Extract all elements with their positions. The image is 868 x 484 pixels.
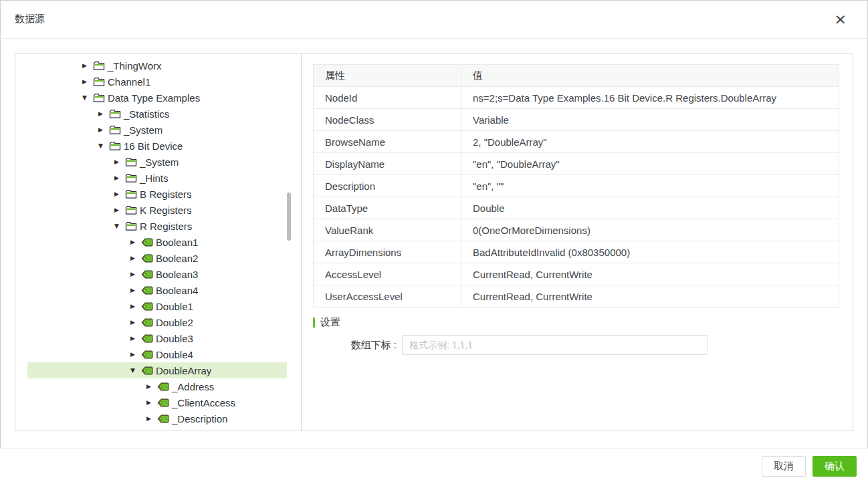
folder-icon [93,93,108,103]
expander-arrow-icon[interactable]: ▶ [98,126,109,133]
expander-arrow-icon[interactable]: ▼ [82,94,93,101]
property-cell: UserAccessLevel [314,285,461,308]
tree-item-label: Channel1 [108,76,150,88]
close-button[interactable]: × [835,12,847,27]
tree-item[interactable]: ▼ 16 Bit Device [27,138,287,154]
expander-arrow-icon[interactable]: ▶ [130,303,141,310]
table-row: ArrayDimensions BadAttributeIdInvalid (0… [314,241,839,263]
tag-icon [141,238,156,247]
expander-arrow-icon[interactable]: ▶ [130,335,141,342]
tree-item[interactable]: ▶ Channel1 [27,74,287,90]
tree-item-label: Boolean2 [156,253,198,264]
tree-item-label: Boolean4 [156,285,198,296]
tree-item[interactable]: ▶ B Registers [27,186,287,202]
tree-item[interactable]: ▼ Data Type Examples [27,90,287,106]
tree-item[interactable]: ▶ Double2 [27,314,287,330]
tag-icon [141,302,156,311]
expander-arrow-icon[interactable]: ▼ [114,223,125,229]
array-subscript-row: 数组下标 : [313,335,839,355]
tree-item[interactable]: ▶ Boolean2 [27,250,287,266]
tag-icon [141,350,156,359]
folder-icon [109,109,124,119]
tree-item[interactable]: ▶ K Registers [27,202,287,218]
tree-item[interactable]: ▶ _Description [27,410,287,427]
tree-item-label: Double3 [156,333,193,344]
folder-icon [109,125,124,135]
table-row: DataType Double [314,197,839,219]
array-subscript-input[interactable] [402,335,708,355]
value-cell: 2, "DoubleArray" [461,131,839,153]
expander-arrow-icon[interactable]: ▶ [130,287,141,293]
tree-item[interactable]: ▶ Boolean4 [27,282,287,298]
tree-item[interactable]: ▶ Double3 [27,330,287,346]
tree-item-label: _System [140,156,179,168]
expander-arrow-icon[interactable]: ▶ [114,174,125,181]
value-cell: "en", "" [461,175,839,197]
tree-item-label: _Address [172,381,214,392]
confirm-button[interactable]: 确认 [812,456,857,477]
table-row: DisplayName "en", "DoubleArray" [314,153,839,175]
tree-item[interactable]: ▼ R Registers [27,218,287,234]
expander-arrow-icon[interactable]: ▶ [130,319,141,326]
tree-item-label: DoubleArray [156,365,211,376]
expander-arrow-icon[interactable]: ▶ [130,351,141,358]
table-row: Description "en", "" [314,175,839,197]
tag-icon [157,398,172,407]
tag-icon [141,318,156,327]
expander-arrow-icon[interactable]: ▼ [130,367,141,374]
value-cell: Variable [461,109,839,131]
tree-scrollbar-thumb[interactable] [287,193,291,241]
tag-icon [141,254,156,263]
tree: ▶ _ThingWorx ▶ Channel1 ▼ Data Type Exam… [15,54,301,427]
value-cell: Double [461,197,839,219]
tree-item[interactable]: ▶ _System [27,122,287,138]
column-header-value: 值 [461,65,839,87]
property-cell: DataType [314,197,461,219]
properties-table: 属性 值 NodeId ns=2;s=Data Type Examples.16… [313,64,839,308]
expander-arrow-icon[interactable]: ▶ [114,207,125,213]
value-cell: CurrentRead, CurrentWrite [461,263,839,285]
expander-arrow-icon[interactable]: ▶ [146,383,157,390]
tree-item[interactable]: ▶ Double1 [27,298,287,314]
tree-item[interactable]: ▶ _Statistics [27,106,287,122]
value-cell: "en", "DoubleArray" [461,153,839,175]
modal-header: 数据源 × [0,0,868,39]
expander-arrow-icon[interactable]: ▶ [82,78,93,85]
tree-item[interactable]: ▶ Double4 [27,346,287,362]
tree-item-label: Data Type Examples [108,92,200,104]
cancel-button[interactable]: 取消 [762,456,806,477]
tree-item-label: _ClientAccess [172,397,235,408]
expander-arrow-icon[interactable]: ▶ [98,110,109,117]
expander-arrow-icon[interactable]: ▶ [130,271,141,277]
node-tree-panel: ▶ _ThingWorx ▶ Channel1 ▼ Data Type Exam… [15,54,302,431]
expander-arrow-icon[interactable]: ▶ [114,158,125,165]
modal-footer: 取消 确认 [0,448,868,484]
expander-arrow-icon[interactable]: ▶ [146,415,157,422]
value-cell: ns=2;s=Data Type Examples.16 Bit Device.… [461,87,839,109]
close-icon: × [835,11,847,27]
tree-item[interactable]: ▼ DoubleArray [27,362,287,378]
tree-item[interactable]: ▶ Boolean1 [27,234,287,250]
property-cell: ArrayDimensions [314,241,461,263]
tree-item-label: B Registers [140,189,192,200]
property-cell: DisplayName [314,153,461,175]
folder-icon [125,189,140,199]
tree-item[interactable]: ▶ _Address [27,378,287,394]
property-cell: NodeClass [314,109,461,131]
expander-arrow-icon[interactable]: ▶ [82,62,93,69]
tree-item[interactable]: ▶ _Hints [27,170,287,186]
property-cell: BrowseName [314,131,461,153]
expander-arrow-icon[interactable]: ▶ [130,255,141,261]
tree-item[interactable]: ▶ Boolean3 [27,266,287,282]
folder-icon [125,157,140,167]
tree-item[interactable]: ▶ _System [27,154,287,170]
expander-arrow-icon[interactable]: ▶ [130,239,141,245]
tree-item[interactable]: ▶ _ThingWorx [27,57,287,74]
expander-arrow-icon[interactable]: ▼ [98,142,109,149]
expander-arrow-icon[interactable]: ▶ [146,399,157,406]
node-detail-panel: 属性 值 NodeId ns=2;s=Data Type Examples.16… [302,54,853,431]
tree-item[interactable]: ▶ _ClientAccess [27,394,287,410]
folder-icon [93,77,108,87]
property-cell: NodeId [314,87,461,109]
expander-arrow-icon[interactable]: ▶ [114,191,125,197]
